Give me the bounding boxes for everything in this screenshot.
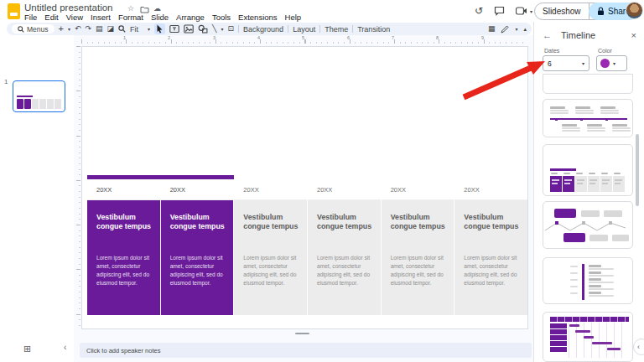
column-year[interactable]: 20XX	[87, 179, 160, 200]
insert-line-icon[interactable]: ╲	[212, 25, 216, 33]
panel-thumb-vertical-timeline[interactable]	[543, 257, 633, 304]
back-icon[interactable]: ←	[543, 30, 552, 40]
pen-icon[interactable]	[501, 25, 509, 34]
collapse-filmstrip-icon[interactable]: ‹	[64, 343, 66, 352]
zoom-caret-icon[interactable]: ▾	[148, 26, 150, 32]
panel-thumb-partial[interactable]	[543, 74, 633, 94]
column-year[interactable]: 20XX	[382, 179, 454, 200]
panel-header: ← Timeline ×	[534, 27, 644, 44]
transition-button[interactable]: Transition	[357, 25, 390, 34]
search-menus-button[interactable]: Menus	[12, 24, 55, 34]
grid-view-icon[interactable]: ⊞	[23, 344, 31, 354]
column-body[interactable]: Vestibulum congue tempus Lorem ipsum dol…	[87, 200, 160, 315]
column-text[interactable]: Lorem ipsum dolor sit amet, consectetur …	[317, 254, 372, 287]
notes-resize-handle[interactable]	[295, 333, 309, 334]
panel-thumb-gantt-timeline[interactable]	[543, 312, 633, 362]
insert-shape-icon[interactable]	[198, 24, 208, 34]
column-text[interactable]: Lorem ipsum dolor sit amet, consectetur …	[96, 254, 152, 287]
undo-button[interactable]: ↶	[75, 25, 81, 33]
insert-comment-icon[interactable]: ⊡	[228, 25, 235, 33]
zoom-tool-icon[interactable]	[118, 25, 126, 33]
column-year[interactable]: 20XX	[308, 179, 381, 200]
slide-thumbnail[interactable]	[13, 80, 65, 112]
column-title[interactable]: Vestibulum congue tempus	[464, 213, 519, 232]
menu-help[interactable]: Help	[285, 13, 302, 22]
column-title[interactable]: Vestibulum congue tempus	[170, 213, 226, 232]
speaker-notes[interactable]: Click to add speaker notes	[80, 343, 532, 358]
theme-button[interactable]: Theme	[325, 25, 348, 34]
thumb-box	[17, 99, 23, 109]
timeline-column-2[interactable]: 20XX Vestibulum congue tempus Lorem ipsu…	[161, 179, 234, 315]
timeline-column-3[interactable]: 20XX Vestibulum congue tempus Lorem ipsu…	[234, 179, 307, 315]
print-button[interactable]: ▤	[96, 25, 103, 33]
text-box-tool-icon[interactable]	[169, 24, 179, 34]
column-body[interactable]: Vestibulum congue tempus Lorem ipsum dol…	[161, 200, 234, 315]
pen-caret-icon[interactable]: ▾	[515, 26, 517, 32]
close-icon[interactable]: ×	[631, 30, 636, 40]
column-body[interactable]: Vestibulum congue tempus Lorem ipsum dol…	[234, 200, 307, 315]
column-year[interactable]: 20XX	[234, 179, 307, 200]
menu-tools[interactable]: Tools	[212, 13, 231, 22]
layout-button[interactable]: Layout	[293, 25, 315, 34]
column-year[interactable]: 20XX	[454, 179, 527, 200]
slide-number: 1	[4, 78, 8, 85]
account-avatar[interactable]	[626, 2, 643, 19]
select-tool-button[interactable]	[154, 23, 165, 34]
timeline-column-6[interactable]: 20XX Vestibulum congue tempus Lorem ipsu…	[454, 179, 527, 315]
panel-thumb-columns-timeline[interactable]	[543, 144, 633, 196]
meet-button[interactable]: ▾	[516, 7, 532, 15]
thumb-box	[47, 99, 54, 109]
vertical-ruler	[75, 46, 80, 329]
thumb-accent-bar	[17, 96, 32, 97]
column-body[interactable]: Vestibulum congue tempus Lorem ipsum dol…	[308, 200, 381, 315]
side-panel-toggle[interactable]: ‹	[633, 339, 644, 355]
new-slide-button[interactable]: +	[59, 24, 64, 34]
redo-button[interactable]: ↷	[86, 25, 92, 33]
menu-arrange[interactable]: Arrange	[176, 13, 205, 22]
menu-slide[interactable]: Slide	[151, 13, 169, 22]
column-text[interactable]: Lorem ipsum dolor sit amet, consectetur …	[391, 254, 446, 287]
thumb-box	[55, 99, 61, 109]
timeline-column-4[interactable]: 20XX Vestibulum congue tempus Lorem ipsu…	[308, 179, 381, 315]
column-year[interactable]: 20XX	[161, 179, 234, 200]
column-title[interactable]: Vestibulum congue tempus	[317, 213, 372, 232]
camera-icon	[516, 7, 527, 15]
horizontal-ruler: 1 2 3 4 5 6 7 8 9	[81, 37, 528, 44]
star-icon[interactable]: ☆	[127, 4, 134, 13]
timeline-column-5[interactable]: 20XX Vestibulum congue tempus Lorem ipsu…	[382, 179, 454, 315]
timeline-column-1[interactable]: 20XX Vestibulum congue tempus Lorem ipsu…	[87, 179, 160, 315]
insert-image-icon[interactable]	[184, 24, 194, 34]
cursor-icon	[156, 24, 164, 34]
new-slide-caret-icon[interactable]: ▾	[68, 26, 70, 32]
panel-thumb-horizontal-timeline[interactable]	[543, 99, 633, 137]
menu-edit[interactable]: Edit	[44, 13, 58, 22]
color-select[interactable]: ▾	[596, 55, 627, 71]
menu-format[interactable]: Format	[118, 13, 143, 22]
column-title[interactable]: Vestibulum congue tempus	[96, 213, 152, 232]
dates-select[interactable]: 6 ▾	[543, 55, 589, 71]
column-text[interactable]: Lorem ipsum dolor sit amet, consectetur …	[464, 254, 519, 287]
panel-scrollbar[interactable]	[636, 134, 639, 206]
menu-insert[interactable]: Insert	[91, 13, 111, 22]
panel-thumb-tree-timeline[interactable]	[543, 201, 633, 249]
comments-icon[interactable]	[494, 6, 505, 16]
line-caret-icon[interactable]: ▾	[221, 26, 224, 32]
background-button[interactable]: Background	[243, 25, 283, 34]
column-body[interactable]: Vestibulum congue tempus Lorem ipsum dol…	[454, 200, 527, 315]
column-body[interactable]: Vestibulum congue tempus Lorem ipsum dol…	[382, 200, 454, 315]
column-text[interactable]: Lorem ipsum dolor sit amet, consectetur …	[170, 254, 226, 287]
menu-extensions[interactable]: Extensions	[238, 13, 277, 22]
menu-file[interactable]: File	[24, 13, 37, 22]
menu-view[interactable]: View	[66, 13, 83, 22]
slide-canvas[interactable]: 20XX Vestibulum congue tempus Lorem ipsu…	[81, 46, 528, 329]
format-options-icon[interactable]: ▦	[488, 25, 496, 33]
paint-format-button[interactable]: ◪	[107, 25, 115, 33]
slides-logo-icon[interactable]	[8, 3, 20, 19]
column-text[interactable]: Lorem ipsum dolor sit amet, consectetur …	[243, 254, 299, 287]
column-title[interactable]: Vestibulum congue tempus	[243, 213, 299, 232]
column-title[interactable]: Vestibulum congue tempus	[391, 213, 446, 232]
hide-menus-icon[interactable]: ▴	[523, 26, 527, 33]
document-title[interactable]: Untitled presentation	[24, 3, 112, 13]
version-history-icon[interactable]: ↺	[475, 6, 483, 16]
zoom-select[interactable]: Fit	[130, 25, 138, 34]
